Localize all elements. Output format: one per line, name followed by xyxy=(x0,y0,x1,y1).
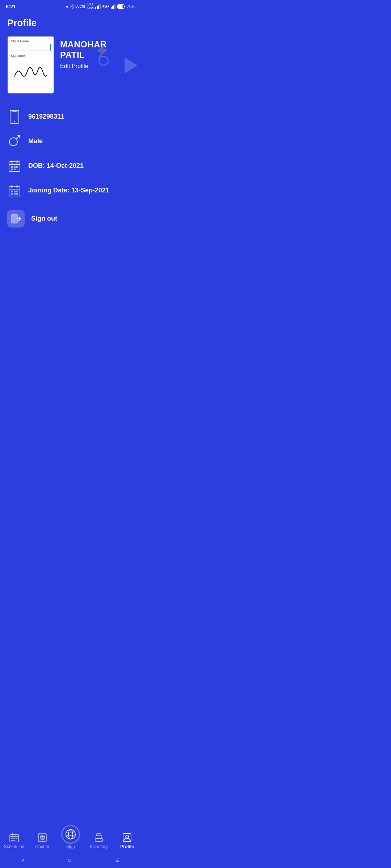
signout-button[interactable]: Sign out xyxy=(7,210,134,227)
card-client-name-label: Client Name xyxy=(11,39,51,43)
svg-rect-5 xyxy=(100,4,101,9)
svg-rect-26 xyxy=(16,166,18,168)
svg-rect-4 xyxy=(98,5,99,9)
joining-calendar-icon xyxy=(7,183,22,198)
phone-number: 9619298311 xyxy=(28,113,64,120)
svg-line-17 xyxy=(16,136,20,139)
signout-label: Sign out xyxy=(31,215,57,222)
profile-name: MANOHAR PATIL xyxy=(60,39,134,60)
phone-icon xyxy=(7,110,22,124)
card-signature-area xyxy=(11,59,51,86)
svg-rect-9 xyxy=(114,4,115,9)
svg-rect-37 xyxy=(14,193,16,195)
volte-icon: VoLTE xyxy=(76,5,85,8)
svg-rect-14 xyxy=(12,111,17,112)
dob-info-item: DOB: 14-Oct-2021 xyxy=(7,154,134,178)
status-icons: ● VoLTE 10.2KB/s 4G+ 76% xyxy=(66,3,135,10)
svg-rect-34 xyxy=(14,191,16,192)
svg-rect-33 xyxy=(11,191,13,192)
svg-rect-27 xyxy=(11,169,13,170)
dot-icon: ● xyxy=(66,4,68,9)
network-type: 4G+ xyxy=(102,4,109,8)
profile-name-section: MANOHAR PATIL Edit Profile xyxy=(60,36,134,70)
phone-info-item: 9619298311 xyxy=(7,105,134,129)
signout-section: Sign out xyxy=(0,203,141,227)
svg-rect-24 xyxy=(11,166,13,168)
svg-line-1 xyxy=(71,7,72,8)
svg-rect-7 xyxy=(112,6,113,9)
card-signature-label: Signature xyxy=(11,54,51,58)
svg-rect-35 xyxy=(16,191,18,192)
gender-icon xyxy=(7,134,22,149)
gender-value: Male xyxy=(28,137,43,145)
svg-rect-2 xyxy=(95,7,96,9)
svg-rect-39 xyxy=(12,214,17,223)
battery-icon xyxy=(117,4,125,9)
status-bar: 6:21 ● VoLTE 10.2KB/s 4G+ 76% xyxy=(0,0,141,12)
svg-rect-8 xyxy=(113,5,114,9)
status-time: 6:21 xyxy=(6,4,16,9)
card-name-input xyxy=(11,44,51,51)
svg-rect-6 xyxy=(111,7,112,9)
dob-calendar-icon xyxy=(7,159,22,173)
bluetooth-icon xyxy=(70,4,74,9)
signout-icon xyxy=(7,210,25,227)
svg-rect-11 xyxy=(124,5,125,7)
joining-date-value: Joining Date: 13-Sep-2021 xyxy=(28,187,109,194)
signal-icon xyxy=(95,4,101,9)
signal2-icon xyxy=(111,4,116,9)
svg-point-16 xyxy=(9,138,17,146)
svg-rect-3 xyxy=(97,6,98,9)
info-list: 9619298311 Male xyxy=(0,105,141,203)
svg-rect-25 xyxy=(14,166,16,168)
edit-profile-button[interactable]: Edit Profile xyxy=(60,63,134,69)
svg-line-0 xyxy=(71,5,72,7)
data-speed: 10.2KB/s xyxy=(87,3,94,10)
page-title: Profile xyxy=(0,12,141,36)
svg-point-15 xyxy=(14,121,15,122)
joining-info-item: Joining Date: 13-Sep-2021 xyxy=(7,178,134,203)
svg-rect-12 xyxy=(118,5,122,8)
profile-header: Client Name Signature ⚡ MANOHAR PATIL Ed… xyxy=(0,36,141,105)
svg-rect-36 xyxy=(11,193,13,195)
svg-rect-38 xyxy=(16,193,18,195)
svg-rect-28 xyxy=(14,169,16,170)
dob-value: DOB: 14-Oct-2021 xyxy=(28,162,84,170)
profile-card: Client Name Signature xyxy=(7,36,54,94)
gender-info-item: Male xyxy=(7,129,134,154)
battery-percent: 76% xyxy=(127,4,135,9)
